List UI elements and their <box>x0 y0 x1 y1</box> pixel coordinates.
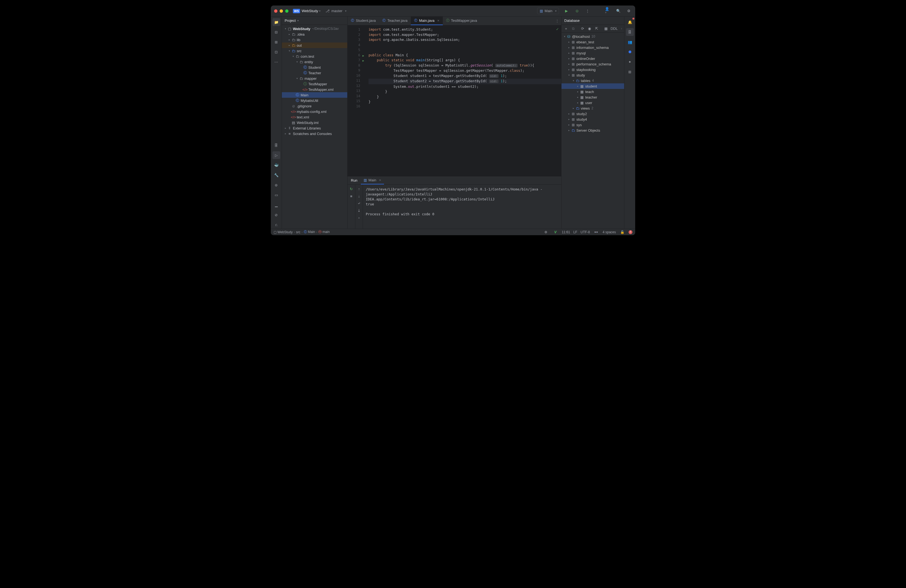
up-icon[interactable]: ↑ <box>356 186 362 192</box>
db-tree-item[interactable]: ▾⛁@localhost10 <box>561 33 624 39</box>
tool-runconsole-icon[interactable]: ⊚ <box>273 181 280 189</box>
scroll-end-icon[interactable]: ⤓ <box>356 207 362 214</box>
more-actions-icon[interactable]: ⋮ <box>584 8 590 14</box>
maximize-window[interactable] <box>285 10 289 13</box>
db-tree-item[interactable]: ▾🗀tables4 <box>561 78 624 83</box>
tool-grid-icon[interactable]: ⊡ <box>273 48 280 56</box>
refresh-icon[interactable]: ⟳ <box>580 25 585 32</box>
tree-item[interactable]: ⒸMain <box>282 92 347 98</box>
tree-item[interactable]: </>text.xml <box>282 114 347 120</box>
breadcrumb-item[interactable]: src <box>296 230 300 234</box>
db-tree-item[interactable]: ▸⊞sys <box>561 122 624 127</box>
tree-item[interactable]: ▾🗀mapper <box>282 76 347 81</box>
minimize-window[interactable] <box>280 10 283 13</box>
db-tree-item[interactable]: ▸▦student <box>561 83 624 89</box>
close-window[interactable] <box>274 10 278 13</box>
breadcrumb-item[interactable]: ⓜmain <box>318 229 330 234</box>
db-tree-item[interactable]: ▸🗀views2 <box>561 105 624 111</box>
db-tree-item[interactable]: ▸▦teacher <box>561 94 624 100</box>
tool-wrench-icon[interactable]: 🔧 <box>273 171 280 179</box>
ai-assistant-icon[interactable] <box>626 48 634 56</box>
project-name[interactable]: WebStudy <box>302 9 318 13</box>
expand-icon[interactable]: › <box>356 215 362 221</box>
stop-refresh-icon[interactable]: ◉ <box>587 25 592 32</box>
duplicate-icon[interactable]: ⧉ <box>571 25 576 32</box>
tree-item[interactable]: ▸🗀.idea <box>282 32 347 37</box>
code-editor[interactable]: ✓ 123456▶7▶8910111213141516 import com.t… <box>348 25 561 176</box>
ai-chat-icon[interactable]: ✦ <box>626 58 634 66</box>
breadcrumb-item[interactable]: ⒸMain <box>304 229 315 234</box>
debug-button[interactable]: ⊙ <box>574 8 580 14</box>
tree-item[interactable]: ⒸTeacher <box>282 70 347 76</box>
close-icon[interactable]: × <box>437 19 439 22</box>
vcs-branch[interactable]: ⎇ master ▾ <box>325 9 346 13</box>
gutter[interactable]: 123456▶7▶8910111213141516 <box>348 25 363 176</box>
tree-item[interactable]: ▸≡Scratches and Consoles <box>282 131 347 136</box>
project-panel-header[interactable]: Project ▾ <box>282 17 347 25</box>
tree-item[interactable]: ▸🗀lib <box>282 37 347 43</box>
breadcrumb[interactable]: ▢WebStudy›src›ⒸMain›ⓜmain <box>274 229 330 234</box>
tree-item[interactable]: </>TestMapper.xml <box>282 87 347 92</box>
lock-icon[interactable]: 🔓 <box>619 229 625 235</box>
tree-item[interactable]: ▸⫴External Libraries <box>282 125 347 131</box>
tool-database-icon[interactable]: 🗄 <box>273 141 280 149</box>
editor-tab[interactable]: ⒸMain.java× <box>411 17 442 25</box>
tree-item[interactable]: ⒸMybatisUtil <box>282 98 347 103</box>
chevron-right-icon[interactable]: › <box>621 27 622 30</box>
indent-settings[interactable]: 4 spaces <box>603 230 616 234</box>
close-icon[interactable]: × <box>379 178 381 182</box>
db-tree-item[interactable]: ▸⊞ebean_test <box>561 39 624 45</box>
inspection-ok-icon[interactable]: ✓ <box>556 27 559 31</box>
collab-icon[interactable]: 👥 <box>626 38 634 46</box>
db-tree-item[interactable]: ▸⊞information_schema <box>561 45 624 50</box>
tree-item[interactable]: ⊘.gitignore <box>282 103 347 109</box>
status-reader-icon[interactable]: 👓 <box>593 229 599 235</box>
table-view-icon[interactable]: ▦ <box>603 25 608 32</box>
editor-tab[interactable]: ⒸStudent.java <box>348 17 379 25</box>
tool-docker-icon[interactable]: 🐳 <box>273 161 280 169</box>
jump-query-icon[interactable]: ⇱ <box>594 25 599 32</box>
db-tree-item[interactable]: ▸⊞mysql <box>561 50 624 56</box>
code-content[interactable]: import com.test.entity.Student;import co… <box>363 25 561 176</box>
tool-commit-icon[interactable]: ⊟ <box>273 28 280 36</box>
notifications-icon[interactable]: 🔔 <box>626 18 634 26</box>
tree-item[interactable]: ▾🗀entity <box>282 59 347 65</box>
project-tree[interactable]: ▾▢WebStudy~/Desktop/CS/Jav▸🗀.idea▸🗀lib▸🗀… <box>282 25 347 229</box>
tool-git-icon[interactable]: ⎌ <box>273 221 280 229</box>
status-error-icon[interactable]: ! <box>628 230 632 234</box>
run-tab-label[interactable]: Run <box>348 177 361 185</box>
rerun-icon[interactable]: ↻ <box>348 186 354 192</box>
db-tree-item[interactable]: ▸⊞onlineOrder <box>561 56 624 61</box>
tabs-overflow-icon[interactable]: ⋮ <box>553 17 561 25</box>
tree-item[interactable]: ⒾTestMapper <box>282 81 347 87</box>
stop-icon[interactable]: ■ <box>348 193 354 199</box>
line-separator[interactable]: LF <box>573 230 577 234</box>
file-encoding[interactable]: UTF-8 <box>581 230 590 234</box>
tree-item[interactable]: ▤WebStudy.iml <box>282 120 347 125</box>
run-configuration[interactable]: ▥ Main ▾ <box>537 8 559 14</box>
tree-item[interactable]: ⒸStudent <box>282 65 347 70</box>
database-tree[interactable]: ▾⛁@localhost10▸⊞ebean_test▸⊞information_… <box>561 33 624 229</box>
tree-item[interactable]: ▾🗀com.test <box>282 54 347 59</box>
softwrap-icon[interactable]: ⤶ <box>356 200 362 206</box>
db-tree-item[interactable]: ▸⊞staybooking <box>561 67 624 72</box>
editor-tab[interactable]: ⒾTestMapper.java <box>443 17 481 25</box>
tree-item[interactable]: ▾▢WebStudy~/Desktop/CS/Jav <box>282 26 347 32</box>
db-tree-item[interactable]: ▸⊞performance_schema <box>561 61 624 67</box>
breadcrumb-item[interactable]: ▢WebStudy <box>274 230 293 234</box>
add-datasource-icon[interactable]: ＋ <box>564 25 569 32</box>
database-panel-header[interactable]: Database <box>561 17 624 25</box>
down-icon[interactable]: ↓ <box>356 193 362 199</box>
tool-bookmark-icon[interactable]: ▭ <box>273 191 280 199</box>
console-output[interactable]: /Users/eve/Library/Java/JavaVirtualMachi… <box>363 185 561 229</box>
tree-item[interactable]: ▾🗀src <box>282 48 347 54</box>
db-tree-item[interactable]: ▸▦teach <box>561 89 624 94</box>
db-tree-item[interactable]: ▸⊞study4 <box>561 116 624 122</box>
tree-item[interactable]: ▸🗀out <box>282 43 347 48</box>
project-dropdown-icon[interactable]: ▾ <box>319 10 321 13</box>
tool-structure-icon[interactable]: ⊞ <box>273 38 280 46</box>
ddl-label[interactable]: DDL <box>611 27 618 31</box>
db-tree-item[interactable]: ▸🗀Server Objects <box>561 127 624 133</box>
run-subtab-main[interactable]: ▥ Main × <box>361 177 384 185</box>
search-icon[interactable]: 🔍 <box>615 8 621 14</box>
